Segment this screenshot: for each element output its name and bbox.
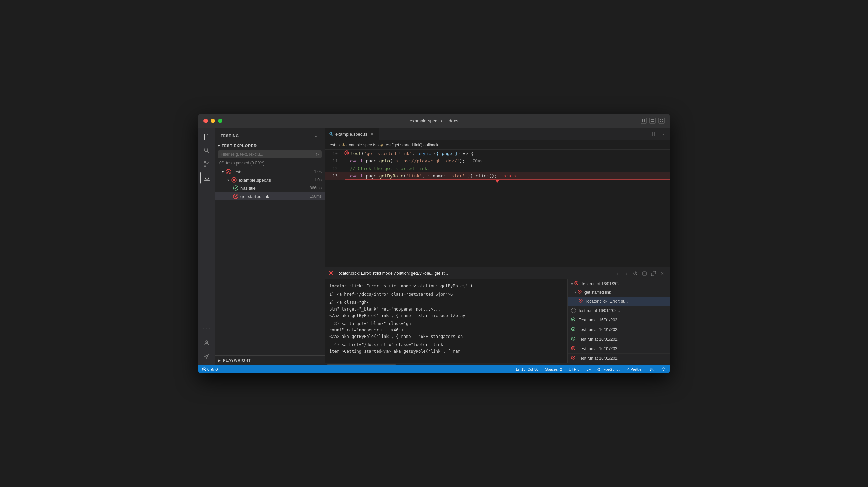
- svg-rect-6: [660, 121, 661, 122]
- error-main-text[interactable]: locator.click: Error: strict mode violat…: [325, 279, 567, 363]
- status-bell[interactable]: [660, 365, 667, 373]
- get-started-link-label: get started link: [584, 290, 611, 295]
- error-count: 0: [207, 367, 209, 371]
- close-button[interactable]: [203, 119, 208, 123]
- svg-rect-40: [643, 272, 646, 275]
- breadcrumb-tests[interactable]: tests: [329, 143, 337, 147]
- playwright-header[interactable]: ▶ PLAYWRIGHT: [218, 357, 322, 364]
- svg-point-27: [233, 186, 238, 190]
- line-11-annotation: — 70ms: [465, 157, 482, 165]
- nav-close-btn[interactable]: ✕: [658, 269, 666, 277]
- tab-spec[interactable]: ⚗ example.spec.ts ✕: [325, 128, 379, 140]
- maximize-button[interactable]: [218, 119, 222, 123]
- more-dots-icon[interactable]: ···: [200, 323, 213, 335]
- svg-rect-0: [642, 119, 643, 122]
- layout-btn-1[interactable]: [641, 118, 647, 124]
- sidebar-title: TESTING: [221, 134, 239, 138]
- test-get-started-header[interactable]: ▾ get started link: [568, 288, 670, 297]
- status-formatter[interactable]: ✓ Prettier: [625, 365, 644, 373]
- test-explorer-header[interactable]: ▾ TEST EXPLORER: [215, 142, 325, 149]
- nav-up-btn[interactable]: ↑: [614, 269, 621, 277]
- get-started-duration: 150ms: [310, 194, 322, 199]
- test-run-1-label: Test run at 16/01/202...: [581, 281, 623, 286]
- nav-down-btn[interactable]: ↓: [623, 269, 630, 277]
- titlebar-controls: [641, 118, 665, 124]
- account-icon[interactable]: [200, 337, 213, 349]
- status-language[interactable]: {} TypeScript: [596, 365, 621, 373]
- sidebar-actions: ···: [312, 132, 319, 140]
- status-position[interactable]: Ln 13, Col 50: [515, 365, 540, 373]
- error-sidebar: ▾ Test run at 16/01/202... ▾: [567, 279, 670, 363]
- tree-item-has-title[interactable]: has title 866ms: [215, 184, 325, 192]
- split-editor-btn[interactable]: [651, 130, 658, 138]
- test-explorer-title: TEST EXPLORER: [222, 144, 257, 148]
- svg-point-12: [204, 148, 208, 152]
- test-run-6[interactable]: Test run at 16/01/202...: [568, 344, 670, 354]
- error-panel: locator.click: Error: strict mode violat…: [325, 267, 670, 365]
- tab-bar: ⚗ example.spec.ts ✕ ···: [325, 128, 670, 140]
- test-run-5[interactable]: Test run at 16/01/202...: [568, 334, 670, 344]
- scrollbar-thumb[interactable]: [327, 364, 396, 365]
- svg-point-58: [571, 337, 575, 340]
- filter-icon: ⊳: [316, 152, 319, 157]
- sidebar-header: TESTING ···: [215, 128, 325, 142]
- svg-rect-8: [204, 134, 207, 134]
- svg-point-15: [204, 166, 206, 167]
- test-flask-icon[interactable]: [200, 172, 213, 184]
- test-run-7[interactable]: Test run at 16/01/202...: [568, 354, 670, 363]
- sidebar-more-btn[interactable]: ···: [312, 132, 319, 140]
- filter-input[interactable]: [221, 152, 316, 157]
- source-control-icon[interactable]: [200, 158, 213, 170]
- minimize-button[interactable]: [211, 119, 215, 123]
- editor-area: ⚗ example.spec.ts ✕ ··· tests › ⚗ exampl…: [325, 128, 670, 365]
- status-line-ending[interactable]: LF: [585, 365, 592, 373]
- svg-point-20: [206, 355, 208, 357]
- svg-point-70: [651, 368, 653, 370]
- status-errors[interactable]: 0 0: [201, 365, 219, 373]
- horizontal-scrollbar[interactable]: [325, 363, 670, 365]
- svg-rect-1: [644, 119, 645, 122]
- breadcrumb-test-block[interactable]: test('get started link') callback: [385, 143, 438, 147]
- test-run-header-1[interactable]: ▾ Test run at 16/01/202...: [568, 279, 670, 288]
- test-run-3[interactable]: Test run at 16/01/202...: [568, 315, 670, 325]
- test-run-2-label: Test run at 16/01/202...: [578, 308, 620, 313]
- breadcrumb-spec-file[interactable]: example.spec.ts: [346, 143, 376, 147]
- tab-flask-icon: ⚗: [329, 131, 333, 137]
- nav-history-btn[interactable]: [632, 269, 639, 277]
- tree-item-spec[interactable]: ▾ example.spec.ts 1.0s: [215, 176, 325, 184]
- nav-delete-btn[interactable]: [641, 269, 648, 277]
- error-panel-icon: [329, 271, 333, 276]
- error-triangle: [495, 180, 499, 183]
- nav-open-btn[interactable]: [649, 269, 657, 277]
- code-text-11: await page.goto('https://playwright.dev/…: [344, 157, 465, 165]
- error-pointer-area: [325, 180, 670, 183]
- tree-item-get-started[interactable]: get started link 150ms: [215, 192, 325, 200]
- status-remote[interactable]: [648, 365, 656, 373]
- svg-rect-42: [644, 271, 645, 272]
- tree-item-tests[interactable]: ▾ tests 1.0s: [215, 168, 325, 176]
- svg-line-13: [207, 151, 209, 153]
- success-icon-4: [571, 327, 575, 332]
- svg-point-69: [212, 370, 213, 370]
- status-spaces[interactable]: Spaces: 2: [544, 365, 563, 373]
- svg-rect-46: [651, 273, 654, 276]
- search-icon[interactable]: [200, 144, 213, 157]
- breadcrumb: tests › ⚗ example.spec.ts › ◈ test('get …: [325, 140, 670, 150]
- svg-rect-7: [662, 121, 663, 122]
- svg-point-14: [204, 161, 206, 163]
- files-icon[interactable]: [200, 131, 213, 143]
- vscode-window: example.spec.ts — docs: [198, 114, 670, 373]
- test-run-4[interactable]: Test run at 16/01/202...: [568, 325, 670, 334]
- error-detail-item[interactable]: locator.click: Error: st...: [568, 297, 670, 306]
- more-actions-btn[interactable]: ···: [660, 130, 667, 138]
- layout-btn-3[interactable]: [658, 118, 665, 124]
- layout-btn-2[interactable]: [649, 118, 656, 124]
- settings-icon[interactable]: [200, 350, 213, 363]
- code-content[interactable]: 10 test('get started link', async ({ pag…: [325, 150, 670, 267]
- error-icon-spec: [231, 177, 237, 183]
- test-explorer-section: ▾ TEST EXPLORER ⊳ 0/1 tests passed (0.00…: [215, 142, 325, 200]
- tab-close-btn[interactable]: ✕: [369, 131, 375, 137]
- svg-point-18: [206, 179, 208, 180]
- status-encoding[interactable]: UTF-8: [567, 365, 581, 373]
- test-run-2[interactable]: Test run at 16/01/202...: [568, 306, 670, 315]
